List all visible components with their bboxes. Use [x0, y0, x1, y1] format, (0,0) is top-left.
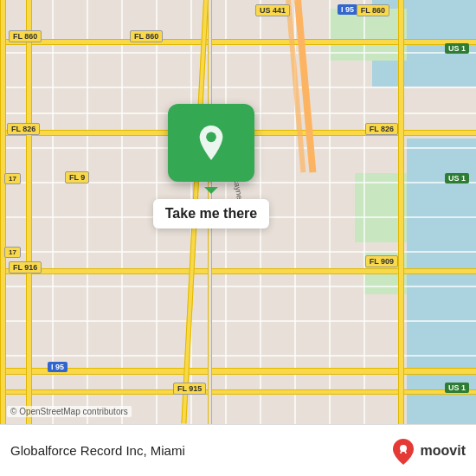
street-v3	[121, 0, 123, 424]
fl826-left-label: FL 826	[7, 123, 40, 135]
road-fl915-h	[0, 389, 476, 395]
fl9-label: FL 9	[65, 171, 89, 183]
i95-bot-label: I 95	[48, 362, 68, 372]
fl826-right-label: FL 826	[365, 123, 398, 135]
i95-top-label: I 95	[338, 4, 357, 15]
fl860-left-label: FL 860	[9, 30, 42, 42]
fl860-right-label: FL 860	[357, 4, 389, 16]
fl-left-label1: 17	[4, 173, 21, 184]
fl915-label: FL 915	[173, 383, 206, 395]
us1-mid-label: US 1	[445, 173, 469, 183]
street-h8	[0, 286, 476, 287]
location-title: Globalforce Record Inc, Miami	[10, 443, 389, 458]
fl916-label: FL 916	[9, 261, 42, 273]
moovit-text: moovit	[421, 443, 466, 459]
road-fl916-h	[0, 268, 476, 274]
us441-label: US 441	[255, 4, 290, 16]
street-v1	[52, 0, 54, 424]
popup-bubble	[168, 104, 254, 182]
moovit-logo: moovit	[389, 437, 466, 465]
street-h1	[0, 52, 476, 54]
moovit-logo-icon	[389, 437, 417, 465]
bottom-bar: Globalforce Record Inc, Miami moovit	[0, 424, 476, 476]
street-v9	[329, 0, 331, 424]
road-i95-h	[0, 368, 476, 375]
popup-label-container[interactable]: Take me there	[153, 199, 269, 228]
street-v2	[87, 0, 88, 424]
popup-label: Take me there	[165, 206, 257, 221]
location-popup[interactable]: Take me there	[134, 104, 288, 228]
road-fl826-v	[26, 0, 32, 424]
us1-top-label: US 1	[445, 43, 469, 54]
fl909-label: FL 909	[365, 255, 398, 267]
road-left-v	[0, 0, 6, 424]
svg-point-0	[206, 132, 216, 143]
fl-left-label2: 17	[4, 247, 21, 258]
fl860-mid-label: FL 860	[130, 30, 163, 42]
street-v10	[363, 0, 365, 424]
street-h10	[0, 355, 476, 357]
street-h7	[0, 251, 476, 253]
us1-bot-label: US 1	[445, 383, 469, 393]
map-container[interactable]: Biscayne Canal US 441 I 95 FL 860 FL 860…	[0, 0, 476, 424]
street-h2	[0, 87, 476, 88]
road-fl860-h	[0, 39, 476, 45]
location-pin-icon	[194, 125, 228, 160]
map-attribution: © OpenStreetMap contributors	[7, 406, 132, 417]
street-h9	[0, 320, 476, 322]
road-us1-v	[398, 0, 404, 424]
